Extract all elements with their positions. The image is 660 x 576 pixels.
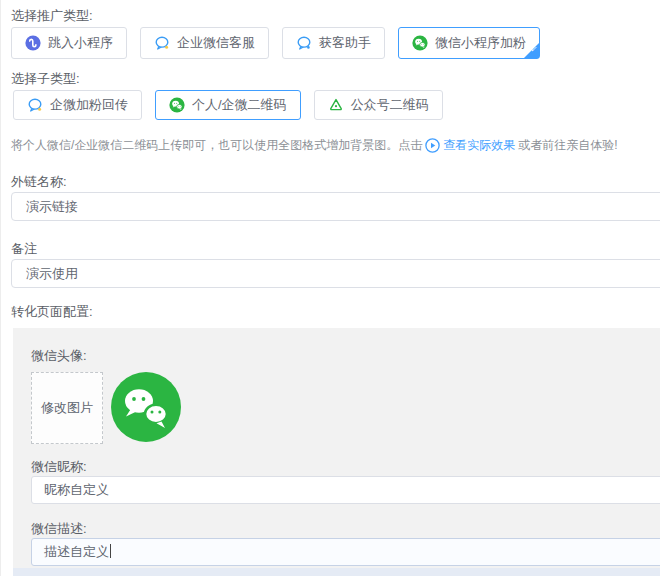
option-customer-assistant[interactable]: 获客助手 [282,27,385,59]
sub-type-label: 选择子类型: [11,70,80,88]
official-account-icon [328,97,344,113]
view-effect-link[interactable]: 查看实际效果 [443,137,515,154]
play-circle-icon[interactable] [425,138,440,153]
link-name-label: 外链名称: [11,173,67,191]
option-wecom-fans-callback[interactable]: 企微加粉回传 [13,90,142,120]
promo-type-options: 跳入小程序 企业微信客服 获客助手 [11,27,540,59]
option-label: 微信小程序加粉 [435,34,526,52]
option-label: 企业微信客服 [177,34,255,52]
hint-text-after: 或者前往亲自体验! [518,137,617,154]
wechat-icon [412,35,428,51]
text-cursor [110,544,111,558]
hint-text-before: 将个人微信/企业微信二维码上传即可，也可以使用全图格式增加背景图。点击 [11,137,422,154]
remark-label: 备注 [11,240,37,258]
conversion-config-panel: 微信头像: 修改图片 微信昵称: 昵称自定义 微信描述: 描述自定义 [13,328,660,576]
wechat-desc-input[interactable]: 描述自定义 [31,538,660,566]
wechat-avatar-label: 微信头像: [31,347,87,365]
conversion-config-label: 转化页面配置: [11,303,93,321]
promo-type-label: 选择推广类型: [11,7,93,25]
link-name-input[interactable]: 演示链接 [11,192,660,221]
option-label: 个人/企微二维码 [192,96,287,114]
option-label: 获客助手 [319,34,371,52]
miniprogram-icon [25,35,41,51]
option-wechat-miniprogram-fans[interactable]: 微信小程序加粉 ✓ [398,27,540,59]
selected-check-icon: ✓ [524,43,539,58]
wechat-avatar-image [111,372,181,442]
change-image-label: 修改图片 [41,399,93,417]
wechat-desc-value: 描述自定义 [44,544,109,559]
remark-input[interactable]: 演示使用 [11,259,660,288]
promotion-form: 选择推广类型: 跳入小程序 企业微信客服 获客助手 [0,0,660,576]
option-label: 公众号二维码 [351,96,429,114]
option-official-account-qrcode[interactable]: 公众号二维码 [314,90,443,120]
wechat-nickname-input[interactable]: 昵称自定义 [31,476,660,504]
option-label: 企微加粉回传 [50,96,128,114]
option-wecom-service[interactable]: 企业微信客服 [140,27,269,59]
panel-bottom-element [13,568,660,576]
chat-bubble-icon [296,35,312,51]
option-label: 跳入小程序 [48,34,113,52]
option-personal-wecom-qrcode[interactable]: 个人/企微二维码 [155,90,301,120]
wechat-nickname-label: 微信昵称: [31,458,87,476]
upload-hint: 将个人微信/企业微信二维码上传即可，也可以使用全图格式增加背景图。点击 查看实际… [11,137,618,154]
change-image-upload-box[interactable]: 修改图片 [31,372,103,444]
sub-type-options: 企微加粉回传 个人/企微二维码 公众号二维码 [13,90,443,120]
option-jump-miniprogram[interactable]: 跳入小程序 [11,27,127,59]
wecom-chat-icon [154,35,170,51]
chat-bubble-icon [27,97,43,113]
wechat-icon [169,97,185,113]
wechat-desc-label: 微信描述: [31,520,87,538]
